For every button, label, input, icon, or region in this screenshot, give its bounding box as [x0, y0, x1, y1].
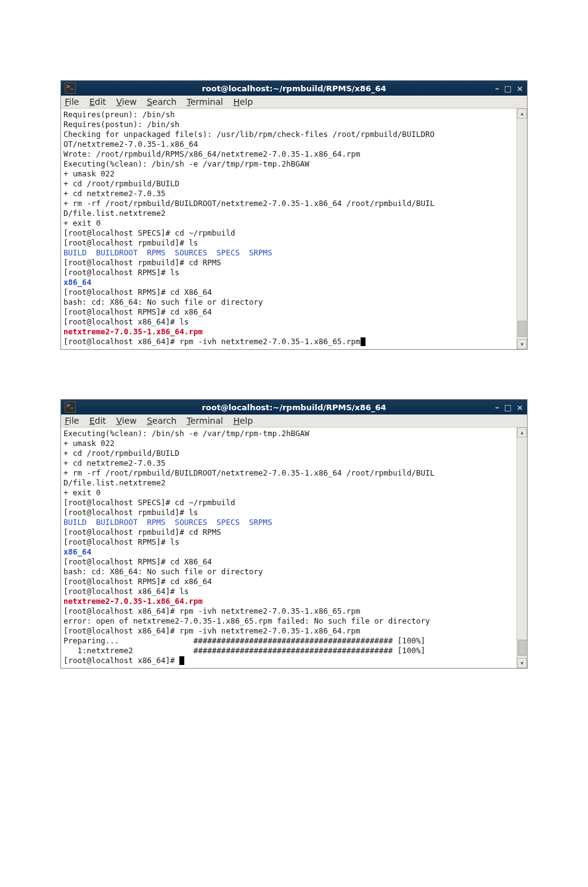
scroll-up-button[interactable]: ▴ — [517, 109, 527, 118]
menu-search[interactable]: Search — [147, 97, 176, 107]
cursor — [179, 656, 184, 665]
terminal-icon — [65, 402, 76, 413]
terminal-body[interactable]: ▴ ▾ Executing(%clean): /bin/sh -e /var/t… — [61, 427, 527, 668]
menu-view[interactable]: View — [116, 416, 136, 426]
scrollbar[interactable]: ▴ ▾ — [517, 109, 527, 349]
minimize-button[interactable]: – — [495, 403, 499, 411]
window-title: root@localhost:~/rpmbuild/RPMS/x86_64 — [61, 84, 527, 93]
terminal-body[interactable]: ▴ ▾ Requires(preun): /bin/sh Requires(po… — [61, 109, 527, 349]
terminal-icon — [65, 83, 76, 94]
menu-terminal[interactable]: Terminal — [187, 97, 223, 107]
menu-search[interactable]: Search — [147, 416, 176, 426]
scrollbar[interactable]: ▴ ▾ — [517, 427, 527, 668]
menubar: File Edit View Search Terminal Help — [61, 96, 527, 109]
menu-help[interactable]: Help — [233, 416, 253, 426]
close-button[interactable]: × — [517, 403, 523, 411]
minimize-button[interactable]: – — [495, 85, 499, 93]
terminal-output: Requires(preun): /bin/sh Requires(postun… — [63, 110, 525, 347]
scroll-thumb[interactable] — [518, 321, 526, 337]
terminal-output: Executing(%clean): /bin/sh -e /var/tmp/r… — [63, 429, 525, 666]
terminal-window-1: root@localhost:~/rpmbuild/RPMS/x86_64 – … — [60, 80, 528, 350]
menu-file[interactable]: File — [65, 416, 79, 426]
menubar: File Edit View Search Terminal Help — [61, 415, 527, 427]
cursor — [361, 337, 365, 346]
window-controls: – □ × — [495, 400, 523, 415]
menu-terminal[interactable]: Terminal — [187, 416, 223, 426]
window-controls: – □ × — [495, 81, 523, 96]
scroll-down-button[interactable]: ▾ — [517, 339, 527, 349]
maximize-button[interactable]: □ — [504, 403, 512, 411]
terminal-window-2: root@localhost:~/rpmbuild/RPMS/x86_64 – … — [60, 399, 528, 669]
maximize-button[interactable]: □ — [504, 85, 512, 93]
titlebar[interactable]: root@localhost:~/rpmbuild/RPMS/x86_64 – … — [61, 400, 527, 415]
menu-file[interactable]: File — [65, 97, 79, 107]
scroll-thumb[interactable] — [518, 640, 526, 656]
close-button[interactable]: × — [517, 85, 523, 93]
menu-edit[interactable]: Edit — [89, 416, 106, 426]
menu-help[interactable]: Help — [233, 97, 253, 107]
titlebar[interactable]: root@localhost:~/rpmbuild/RPMS/x86_64 – … — [61, 81, 527, 96]
menu-view[interactable]: View — [116, 97, 136, 107]
menu-edit[interactable]: Edit — [89, 97, 106, 107]
scroll-down-button[interactable]: ▾ — [517, 658, 527, 668]
scroll-up-button[interactable]: ▴ — [517, 427, 527, 437]
window-title: root@localhost:~/rpmbuild/RPMS/x86_64 — [61, 403, 527, 412]
